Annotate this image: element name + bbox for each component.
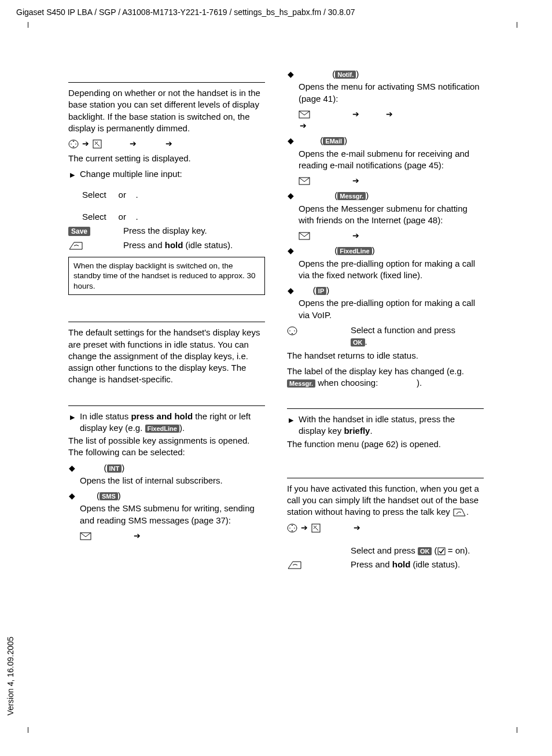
triangle-icon: ▶ bbox=[70, 414, 78, 421]
crop-mark bbox=[517, 727, 517, 733]
svg-point-11 bbox=[289, 330, 290, 331]
end-call-key-icon bbox=[68, 241, 83, 250]
rule bbox=[68, 322, 265, 322]
menu-icon bbox=[93, 139, 102, 149]
label: or bbox=[119, 211, 126, 223]
arrow-icon: ➔ bbox=[300, 523, 309, 532]
label: Select bbox=[82, 189, 106, 201]
rule bbox=[287, 478, 484, 478]
diamond-icon: ◆ bbox=[288, 191, 299, 200]
svg-marker-4 bbox=[73, 146, 75, 147]
ok-badge: OK bbox=[418, 547, 432, 555]
label: . bbox=[136, 189, 138, 201]
arrow-icon: ➔ bbox=[351, 176, 360, 185]
triangle-icon: ▶ bbox=[289, 416, 297, 423]
label: . bbox=[136, 211, 138, 223]
item-messenger: ◆ (Messgr.) bbox=[287, 190, 484, 201]
svg-marker-18 bbox=[292, 530, 293, 532]
page: Gigaset S450 IP LBA / SGP / A31008-M1713… bbox=[0, 0, 552, 756]
email-badge: EMail bbox=[323, 137, 344, 145]
text: Press the display key. bbox=[123, 225, 265, 237]
notif-desc: Opens the menu for activating SMS notifi… bbox=[287, 81, 484, 105]
email-desc: Opens the e-mail submenu for receiving a… bbox=[287, 148, 484, 172]
para-display-keys: The default settings for the handset's d… bbox=[68, 327, 265, 385]
diamond-icon: ◆ bbox=[288, 286, 299, 295]
select-fn-row: Select a function and press OK. bbox=[287, 324, 484, 348]
messgr-desc: Opens the Messenger submenu for chatting… bbox=[287, 203, 484, 227]
arrow-icon: ➔ bbox=[133, 531, 142, 540]
bullet-change-input: ▶ Change multiple line input: bbox=[68, 168, 265, 180]
item-int: ◆ (INT) bbox=[68, 462, 265, 474]
content-columns: Depending on whether or not the handset … bbox=[68, 68, 485, 573]
select-row-2: Select or . bbox=[68, 211, 265, 223]
envelope-icon bbox=[299, 177, 310, 185]
diamond-icon: ◆ bbox=[69, 463, 80, 473]
control-key-icon bbox=[287, 523, 297, 533]
svg-marker-13 bbox=[292, 333, 293, 334]
messgr-nav: ➔ bbox=[287, 230, 484, 241]
control-key-icon bbox=[287, 326, 297, 336]
text: Press and hold (idle status). bbox=[123, 239, 265, 251]
sms-desc: Opens the SMS submenu for writing, sendi… bbox=[68, 503, 265, 526]
end-call-key-icon bbox=[287, 560, 302, 570]
right-column: ◆ (Notif.) Opens the menu for activating… bbox=[287, 68, 484, 573]
crop-mark bbox=[28, 22, 28, 28]
arrow-icon: ➔ bbox=[128, 139, 138, 148]
label: Select bbox=[82, 211, 106, 223]
para-assignments-list: The list of possible key assignments is … bbox=[68, 435, 265, 459]
hold-row: Press and hold (idle status). bbox=[68, 239, 265, 251]
fixedline-badge: FixedLine bbox=[145, 425, 179, 433]
rule bbox=[68, 82, 265, 83]
diamond-icon: ◆ bbox=[69, 491, 80, 500]
triangle-icon: ▶ bbox=[70, 171, 78, 178]
item-email: ◆ (EMail) bbox=[287, 135, 484, 146]
bullet-briefly: ▶ With the handset in idle status, press… bbox=[287, 414, 484, 437]
para-backlight-intro: Depending on whether or not the handset … bbox=[68, 87, 265, 134]
talk-key-icon bbox=[452, 508, 466, 517]
int-badge: INT bbox=[107, 464, 122, 473]
email-nav: ➔ bbox=[287, 175, 484, 186]
text: With the handset in idle status, press t… bbox=[299, 414, 484, 437]
hold-row-2: Press and hold (idle status). bbox=[287, 559, 484, 570]
notif-badge: Notif. bbox=[335, 71, 356, 79]
save-badge: Save bbox=[68, 227, 90, 236]
envelope-icon bbox=[299, 110, 310, 119]
arrow-icon: ➔ bbox=[351, 231, 360, 240]
text: Select and press OK ( = on). bbox=[351, 545, 484, 556]
messgr-badge: Messgr. bbox=[287, 379, 315, 388]
ok-badge: OK bbox=[351, 338, 365, 346]
item-notif: ◆ (Notif.) bbox=[287, 68, 484, 80]
diamond-icon: ◆ bbox=[288, 136, 299, 145]
svg-point-15 bbox=[289, 528, 290, 529]
para-idle: The handset returns to idle status. bbox=[287, 350, 484, 362]
menu-icon bbox=[311, 523, 321, 533]
messgr-badge: Messgr. bbox=[337, 192, 366, 200]
text: Change multiple line input: bbox=[80, 168, 265, 180]
text: Select a function and press OK. bbox=[351, 324, 484, 348]
bullet-press-hold: ▶ In idle status press and hold the righ… bbox=[68, 411, 265, 434]
item-sms: ◆ (SMS) bbox=[68, 490, 265, 501]
envelope-icon bbox=[299, 232, 310, 240]
fixedline-badge: FixedLine bbox=[337, 247, 371, 255]
note-box: When the display backlight is switched o… bbox=[68, 257, 265, 296]
para-label-changed: The label of the display key has changed… bbox=[287, 366, 484, 389]
notif-nav: ➔ ➔ ➔ bbox=[287, 108, 484, 132]
sms-nav: ➔ bbox=[68, 530, 265, 541]
crop-mark bbox=[517, 22, 517, 28]
item-ip: ◆ (IP) bbox=[287, 285, 484, 296]
doc-header: Gigaset S450 IP LBA / SGP / A31008-M1713… bbox=[16, 7, 355, 18]
arrow-icon: ➔ bbox=[299, 121, 308, 130]
svg-marker-17 bbox=[292, 525, 293, 526]
nav-sequence: ➔ ➔ ➔ bbox=[68, 138, 265, 149]
checkbox-on-icon bbox=[437, 547, 446, 555]
svg-rect-20 bbox=[438, 548, 445, 555]
diamond-icon: ◆ bbox=[288, 246, 299, 255]
ip-desc: Opens the pre-dialling option for making… bbox=[287, 297, 484, 321]
text: Press and hold (idle status). bbox=[351, 559, 484, 570]
select-row-1: Select or . bbox=[68, 189, 265, 201]
version-text: Version 4, 16.09.2005 bbox=[5, 637, 16, 716]
arrow-icon: ➔ bbox=[352, 523, 362, 532]
ip-badge: IP bbox=[316, 287, 326, 295]
save-row: Save Press the display key. bbox=[68, 225, 265, 237]
svg-marker-3 bbox=[73, 141, 75, 142]
